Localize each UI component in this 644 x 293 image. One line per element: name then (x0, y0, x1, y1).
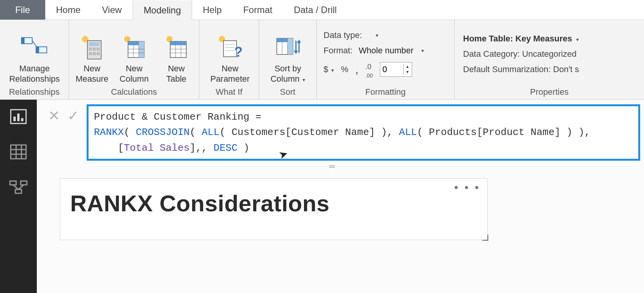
ribbon-group-calculations: New Measure New Column (69, 20, 199, 99)
ribbon-group-formatting: Data type: ▾ Format: Whole number ▾ $ ▾ … (317, 20, 455, 99)
formula-bar-resize-handle[interactable]: ═ (110, 161, 555, 171)
svg-rect-28 (170, 41, 186, 45)
ribbon-group-properties: Home Table: Key Measures ▾ Data Category… (455, 20, 644, 99)
tab-view[interactable]: View (91, 0, 133, 20)
decimal-icon: .0.00 (365, 63, 373, 79)
data-category-label: Data Category: (463, 49, 520, 59)
ribbon-group-label-relationships: Relationships (0, 86, 69, 99)
report-canvas: ✕ ✓ Product & Customer Ranking = RANKX( … (37, 100, 644, 293)
new-column-label: New Column (120, 64, 149, 84)
relationships-icon (21, 34, 48, 61)
visual-more-options[interactable]: • • • (454, 181, 480, 194)
new-column-icon (120, 34, 148, 61)
svg-rect-54 (21, 181, 27, 185)
svg-rect-12 (89, 48, 92, 51)
decimal-places-spinner[interactable]: ▲ ▼ (380, 62, 412, 77)
svg-rect-14 (97, 48, 100, 51)
format-label: Format: (324, 46, 353, 56)
decimal-places-input[interactable] (380, 64, 403, 75)
ribbon-group-relationships: Manage Relationships Relationships (0, 20, 69, 99)
new-measure-label: New Measure (76, 64, 108, 84)
manage-relationships-button[interactable]: Manage Relationships (4, 34, 65, 86)
view-sidebar (0, 100, 37, 293)
svg-rect-46 (17, 114, 20, 121)
svg-rect-17 (97, 52, 100, 55)
calculator-icon (78, 34, 106, 61)
chevron-down-icon: ▾ (576, 36, 579, 43)
visual-title: RANKX Considerations (70, 190, 477, 217)
svg-line-57 (18, 185, 24, 189)
tab-help[interactable]: Help (192, 0, 232, 20)
tab-data-drill[interactable]: Data / Drill (283, 0, 347, 20)
sort-by-column-label: Sort by Column ▾ (271, 64, 306, 84)
new-parameter-label: New Parameter (210, 64, 250, 84)
sort-icon (274, 34, 302, 61)
ribbon-group-label-properties: Properties (455, 86, 644, 99)
model-view-button[interactable] (7, 177, 30, 197)
chevron-down-icon: ▾ (421, 48, 424, 54)
ribbon-group-sort: Sort by Column ▾ Sort (259, 20, 317, 99)
new-table-button[interactable]: New Table (157, 34, 196, 86)
ribbon-group-label-whatif: What If (199, 86, 259, 99)
chevron-down-icon: ▾ (376, 32, 378, 38)
svg-rect-21 (139, 41, 144, 58)
home-table-dropdown[interactable]: Home Table: Key Measures ▾ (463, 34, 639, 44)
cancel-formula-button[interactable]: ✕ (48, 109, 60, 123)
chevron-down-icon: ▾ (330, 67, 334, 73)
svg-rect-53 (10, 181, 16, 185)
data-view-button[interactable] (7, 142, 30, 162)
tab-modeling[interactable]: Modeling (133, 0, 192, 20)
svg-rect-13 (93, 48, 96, 51)
data-type-dropdown[interactable]: Data type: ▾ (324, 30, 447, 40)
default-summarization-label: Default Summarization: (463, 64, 551, 74)
spinner-up[interactable]: ▲ (404, 64, 412, 69)
spinner-down[interactable]: ▼ (404, 69, 412, 75)
ribbon-group-whatif: ? New Parameter What If (199, 20, 259, 99)
new-table-label: New Table (166, 64, 187, 84)
default-summarization-dropdown[interactable]: Default Summarization: Don't s (463, 64, 639, 74)
parameter-icon: ? (216, 34, 244, 61)
tab-home[interactable]: Home (45, 0, 91, 20)
chevron-down-icon: ▾ (301, 77, 305, 83)
new-measure-button[interactable]: New Measure (73, 34, 111, 86)
new-table-icon (163, 34, 190, 61)
svg-text:?: ? (234, 44, 243, 60)
menubar: File Home View Modeling Help Format Data… (0, 0, 644, 20)
svg-rect-1 (21, 38, 25, 44)
new-column-button[interactable]: New Column (115, 34, 153, 86)
ribbon-group-label-formatting: Formatting (317, 86, 454, 99)
file-tab[interactable]: File (0, 0, 45, 20)
manage-relationships-label: Manage Relationships (9, 64, 60, 84)
svg-line-56 (13, 185, 18, 189)
text-visual[interactable]: • • • RANKX Considerations (60, 178, 488, 240)
home-table-value: Key Measures (516, 34, 572, 43)
svg-rect-11 (89, 42, 100, 46)
default-summarization-value: Don't s (553, 64, 579, 74)
ribbon-group-label-calculations: Calculations (69, 86, 199, 99)
currency-button[interactable]: $ ▾ (324, 64, 334, 74)
visual-resize-handle[interactable] (482, 235, 488, 241)
sort-by-column-button[interactable]: Sort by Column ▾ (263, 34, 313, 86)
format-dropdown[interactable]: Format: Whole number ▾ (324, 46, 447, 56)
ribbon: Manage Relationships Relationships (0, 20, 644, 100)
svg-rect-45 (13, 117, 16, 121)
data-category-value: Uncategorized (522, 49, 577, 59)
tab-format[interactable]: Format (232, 0, 283, 20)
thousands-separator-button[interactable]: , (355, 63, 358, 76)
report-view-button[interactable] (7, 107, 30, 127)
svg-rect-47 (21, 118, 23, 121)
formula-bar[interactable]: Product & Customer Ranking = RANKX( CROS… (87, 104, 640, 161)
commit-formula-button[interactable]: ✓ (67, 109, 79, 123)
svg-rect-41 (288, 38, 293, 54)
svg-rect-15 (89, 52, 92, 55)
svg-rect-48 (11, 145, 26, 159)
format-value: Whole number (359, 46, 414, 56)
svg-rect-16 (93, 52, 96, 55)
svg-rect-55 (15, 189, 21, 193)
new-parameter-button[interactable]: ? New Parameter (203, 34, 257, 86)
ribbon-group-label-sort: Sort (259, 86, 316, 99)
percent-button[interactable]: % (341, 64, 348, 74)
data-category-dropdown[interactable]: Data Category: Uncategorized (463, 49, 639, 59)
data-type-label: Data type: (324, 30, 362, 40)
home-table-label: Home Table: (463, 34, 513, 43)
